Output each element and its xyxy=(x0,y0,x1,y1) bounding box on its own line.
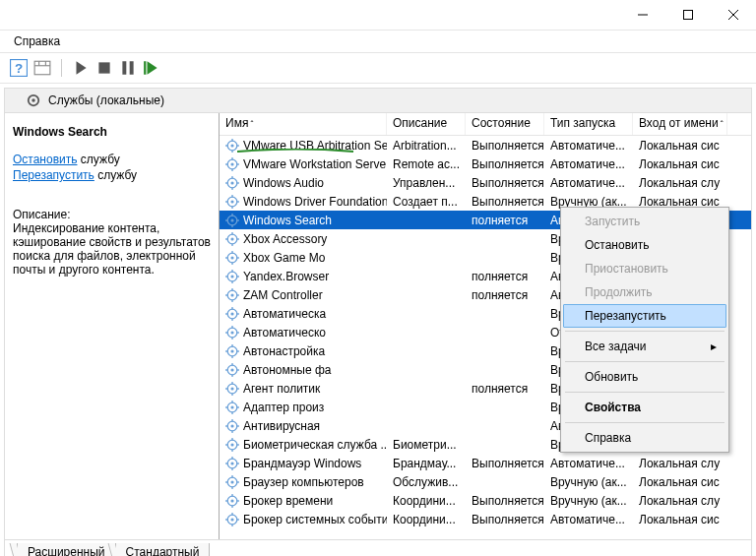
gear-icon xyxy=(225,494,239,508)
service-name: Yandex.Browser xyxy=(243,270,329,283)
service-name: Windows Driver Foundation... xyxy=(243,195,387,209)
service-name: Автоматическо xyxy=(243,326,326,340)
restart-service-link[interactable]: Перезапустить xyxy=(13,168,94,182)
gear-icon xyxy=(225,344,239,358)
gear-icon xyxy=(225,438,239,452)
svg-rect-13 xyxy=(130,61,134,75)
service-name: Брандмауэр Windows xyxy=(243,457,361,470)
service-desc: Координи... xyxy=(387,494,466,508)
titlebar xyxy=(0,0,756,31)
service-desc: Брандмау... xyxy=(387,457,466,470)
service-logon: Локальная сис xyxy=(633,513,727,526)
ctx-restart[interactable]: Перезапустить xyxy=(563,304,726,328)
service-name: ZAM Controller xyxy=(243,288,323,302)
tab-extended[interactable]: Расширенный xyxy=(17,543,116,556)
gear-icon xyxy=(225,288,239,302)
col-name[interactable]: Имяˆ xyxy=(220,113,387,135)
service-state: Выполняется xyxy=(466,195,544,209)
service-logon: Локальная слу xyxy=(633,176,727,190)
pause-icon[interactable] xyxy=(119,59,137,77)
table-row[interactable]: Браузер компьютеровОбслужив...Вручную (а… xyxy=(220,472,751,491)
service-start: Автоматиче... xyxy=(544,157,633,171)
svg-point-85 xyxy=(230,349,233,352)
svg-point-67 xyxy=(230,293,233,296)
service-name: VMware Workstation Server xyxy=(243,157,387,171)
service-state: Выполняется xyxy=(466,176,544,190)
service-name: Автонастройка xyxy=(243,344,325,358)
col-start[interactable]: Тип запуска xyxy=(544,113,633,135)
service-desc: Обслужив... xyxy=(387,475,466,489)
maximize-button[interactable] xyxy=(665,0,711,30)
service-start: Вручную (ак... xyxy=(544,494,633,508)
col-state[interactable]: Состояние xyxy=(466,113,544,135)
table-row[interactable]: Windows AudioУправлен...ВыполняетсяАвтом… xyxy=(220,173,751,192)
minimize-button[interactable] xyxy=(620,0,665,30)
gear-icon xyxy=(225,214,239,227)
tree-node-label: Службы (локальные) xyxy=(48,93,164,107)
svg-rect-6 xyxy=(34,61,50,75)
table-row[interactable]: Брокер времениКоордини...ВыполняетсяВруч… xyxy=(220,491,751,510)
service-name: Адаптер произ xyxy=(243,401,324,414)
menu-help[interactable]: Справка xyxy=(8,32,66,50)
calendar-icon[interactable] xyxy=(33,59,51,77)
gear-icon xyxy=(225,157,239,171)
svg-point-43 xyxy=(230,218,233,221)
service-desc: Управлен... xyxy=(387,176,466,190)
ctx-pause: Приостановить xyxy=(563,257,726,280)
stop-service-link[interactable]: Остановить xyxy=(13,153,78,166)
service-name: Агент политик xyxy=(243,382,320,396)
svg-point-115 xyxy=(230,443,233,446)
col-desc[interactable]: Описание xyxy=(387,113,466,135)
help-icon[interactable]: ? xyxy=(10,59,28,77)
svg-point-31 xyxy=(230,181,233,184)
ctx-all-tasks[interactable]: Все задачи▸ xyxy=(563,335,726,358)
ctx-refresh[interactable]: Обновить xyxy=(563,365,726,389)
ctx-help[interactable]: Справка xyxy=(563,426,726,450)
tree-node-header[interactable]: Службы (локальные) xyxy=(4,88,752,113)
svg-point-121 xyxy=(230,462,233,464)
service-name: VMware USB Arbitration Ser... xyxy=(243,139,387,153)
play-icon[interactable] xyxy=(72,59,90,77)
table-row[interactable]: VMware Workstation ServerRemote ac...Вып… xyxy=(220,154,751,173)
svg-point-19 xyxy=(230,144,233,147)
stop-icon[interactable] xyxy=(95,59,113,77)
gear-icon xyxy=(225,251,239,265)
tab-standard[interactable]: Стандартный xyxy=(115,543,211,556)
ctx-stop[interactable]: Остановить xyxy=(563,233,726,257)
close-button[interactable] xyxy=(711,0,756,30)
service-name: Браузер компьютеров xyxy=(243,475,364,489)
service-start: Автоматиче... xyxy=(544,457,633,470)
svg-point-127 xyxy=(230,480,233,483)
gear-icon xyxy=(225,419,239,433)
col-logon[interactable]: Вход от имениˆ xyxy=(633,113,727,135)
details-panel: Windows Search Остановить службу Перезап… xyxy=(5,113,220,539)
service-state: полняется xyxy=(466,288,544,302)
svg-point-17 xyxy=(32,98,35,102)
svg-marker-14 xyxy=(148,61,158,75)
service-start: Автоматиче... xyxy=(544,513,633,526)
table-row[interactable]: Брокер системных событийКоордини...Выпол… xyxy=(220,510,751,528)
gear-icon xyxy=(225,457,239,470)
gear-icon xyxy=(225,513,239,526)
stop-suffix: службу xyxy=(78,153,120,166)
ctx-properties[interactable]: Свойства xyxy=(563,396,726,419)
service-start: Автоматиче... xyxy=(544,176,633,190)
service-name: Windows Audio xyxy=(243,176,324,190)
gear-icon xyxy=(225,307,239,321)
svg-marker-10 xyxy=(77,61,87,75)
service-logon: Локальная слу xyxy=(633,457,727,470)
context-menu: Запустить Остановить Приостановить Продо… xyxy=(560,207,729,453)
ctx-start: Запустить xyxy=(563,210,726,233)
service-state: Выполняется xyxy=(466,494,544,508)
service-name: Автоматическа xyxy=(243,307,326,321)
service-desc: Создает п... xyxy=(387,195,466,209)
service-logon: Локальная сис xyxy=(633,157,727,171)
table-row[interactable]: Брандмауэр WindowsБрандмау...Выполняется… xyxy=(220,454,751,472)
svg-point-139 xyxy=(230,518,233,521)
restart-icon[interactable] xyxy=(143,59,160,77)
table-row[interactable]: VMware USB Arbitration Ser...Arbitration… xyxy=(220,136,751,154)
gear-icon xyxy=(225,139,239,153)
svg-point-79 xyxy=(230,331,233,334)
service-state: Выполняется xyxy=(466,139,544,153)
ctx-resume: Продолжить xyxy=(563,280,726,304)
